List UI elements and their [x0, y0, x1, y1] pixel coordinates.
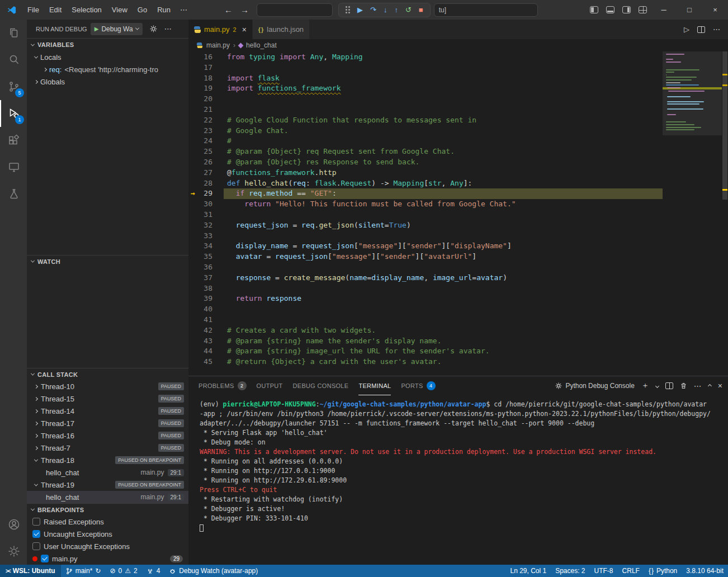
code-line-28[interactable]: def hello_chat(req: flask.Request) -> Ma… — [224, 178, 663, 189]
menu-edit[interactable]: Edit — [44, 6, 67, 14]
variables-header[interactable]: VARIABLES — [27, 39, 188, 51]
sidebar-more-actions-icon[interactable]: ⋯ — [161, 25, 175, 33]
watch-header[interactable]: WATCH — [27, 255, 188, 267]
debug-continue-icon[interactable]: ▶ — [357, 6, 363, 13]
gutter-line-16[interactable]: 16 — [188, 52, 224, 63]
gutter-line-27[interactable]: 27 — [188, 168, 224, 178]
breakpoint-checkbox[interactable] — [32, 530, 40, 538]
thread-row[interactable]: Thread-17PAUSED — [27, 417, 188, 429]
breadcrumb-symbol[interactable]: hello_chat — [246, 41, 277, 49]
code-line-16[interactable]: from typing import Any, Mapping — [224, 52, 663, 63]
gutter-line-44[interactable]: 44 — [188, 346, 224, 357]
tab-launch-json[interactable]: { } launch.json — [253, 20, 310, 39]
gutter-line-36[interactable]: 36 — [188, 262, 224, 273]
menu-overflow[interactable]: ⋯ — [176, 6, 192, 14]
debug-stop-icon[interactable]: ■ — [419, 6, 423, 13]
debug-toolbar-grip[interactable] — [346, 6, 350, 13]
language-mode-item[interactable]: { } Python — [644, 565, 682, 577]
gutter-line-42[interactable]: 42 — [188, 325, 224, 336]
thread-row[interactable]: Thread-18PAUSED ON BREAKPOINT — [27, 454, 188, 466]
code-line-42[interactable]: # Creates a card with two widgets. — [224, 325, 663, 336]
breakpoint-checkbox[interactable] — [32, 518, 40, 526]
code-line-41[interactable] — [224, 315, 663, 325]
activity-explorer-icon[interactable] — [0, 20, 27, 46]
gutter-line-41[interactable]: 41 — [188, 315, 224, 325]
gutter-line-18[interactable]: 18 — [188, 73, 224, 84]
nav-back-icon[interactable]: ← — [224, 5, 233, 15]
activity-extensions-icon[interactable] — [0, 127, 27, 154]
split-editor-icon[interactable] — [697, 26, 705, 33]
gutter-line-24[interactable]: 24 — [188, 136, 224, 146]
breakpoint-row[interactable]: Raised Exceptions — [27, 515, 188, 528]
menu-file[interactable]: File — [22, 6, 44, 14]
activity-search-icon[interactable] — [0, 46, 27, 73]
gutter-line-45[interactable]: 45 — [188, 357, 224, 367]
editor-scrollbar[interactable] — [722, 51, 728, 376]
run-file-icon[interactable]: ▷ — [684, 25, 689, 34]
remote-indicator[interactable]: >< WSL: Ubuntu — [0, 565, 61, 577]
gutter-line-29[interactable]: →29 — [188, 188, 224, 199]
activity-source-control-icon[interactable]: 5 — [0, 73, 27, 100]
debug-step-over-icon[interactable]: ↷ — [370, 6, 376, 13]
code-line-21[interactable] — [224, 105, 663, 115]
gutter-line-28[interactable]: 28 — [188, 178, 224, 189]
split-terminal-icon[interactable] — [665, 382, 673, 389]
tab-output[interactable]: OUTPUT — [257, 376, 283, 395]
code-line-25[interactable]: # @param {Object} req Request sent from … — [224, 146, 663, 157]
gutter-line-31[interactable]: 31 — [188, 210, 224, 220]
call-stack-header[interactable]: CALL STACK — [27, 368, 188, 380]
gutter-line-35[interactable]: 35 — [188, 252, 224, 262]
python-interpreter-item[interactable]: 3.8.10 64-bit — [682, 565, 728, 577]
menu-run[interactable]: Run — [152, 6, 176, 14]
gutter-line-32[interactable]: 32 — [188, 220, 224, 231]
window-close-icon[interactable]: × — [702, 0, 728, 20]
variable-req-row[interactable]: req: <Request 'http://charming-tro — [27, 63, 188, 75]
git-branch-item[interactable]: main* ↻ — [61, 565, 106, 577]
code-line-17[interactable] — [224, 63, 663, 73]
gutter-line-39[interactable]: 39 — [188, 294, 224, 304]
thread-row[interactable]: Thread-19PAUSED ON BREAKPOINT — [27, 479, 188, 491]
gutter-line-33[interactable]: 33 — [188, 231, 224, 242]
breadcrumb-file[interactable]: main.py — [206, 41, 230, 49]
gutter-line-30[interactable]: 30 — [188, 199, 224, 210]
minimap[interactable] — [663, 51, 722, 376]
breakpoints-header[interactable]: BREAKPOINTS — [27, 503, 188, 515]
code-line-18[interactable]: import flask — [224, 73, 663, 84]
breakpoint-checkbox[interactable] — [41, 555, 49, 562]
gutter-line-34[interactable]: 34 — [188, 241, 224, 252]
breakpoint-checkbox[interactable] — [32, 542, 40, 550]
debug-config-dropdown[interactable]: ▶ Debug Wa — [91, 23, 143, 35]
menu-view[interactable]: View — [107, 6, 133, 14]
stack-frame-row[interactable]: hello_chatmain.py29:1 — [27, 466, 188, 479]
tab-close-icon[interactable]: × — [242, 25, 247, 34]
tab-problems[interactable]: PROBLEMS 2 — [198, 376, 247, 395]
activity-testing-icon[interactable] — [0, 181, 27, 207]
code-line-26[interactable]: # @param {Object} res Response to send b… — [224, 157, 663, 168]
new-terminal-icon[interactable]: ＋ — [641, 381, 649, 391]
account-icon[interactable] — [0, 511, 27, 538]
gutter-line-37[interactable]: 37 — [188, 273, 224, 283]
gutter-line-26[interactable]: 26 — [188, 157, 224, 168]
code-line-20[interactable] — [224, 94, 663, 105]
gutter-line-17[interactable]: 17 — [188, 63, 224, 73]
gutter-line-21[interactable]: 21 — [188, 105, 224, 115]
stack-frame-row[interactable]: hello_chatmain.py29:1 — [27, 491, 188, 503]
gutter-line-43[interactable]: 43 — [188, 336, 224, 347]
toggle-panel-icon[interactable] — [606, 6, 614, 13]
code-line-40[interactable] — [224, 304, 663, 315]
window-minimize-icon[interactable]: ─ — [651, 0, 677, 20]
thread-row[interactable]: Thread-7PAUSED — [27, 442, 188, 454]
menu-selection[interactable]: Selection — [67, 6, 106, 14]
code-line-30[interactable]: return "Hello! This function must be cal… — [224, 199, 663, 210]
cursor-position-item[interactable]: Ln 29, Col 1 — [505, 565, 551, 577]
menu-go[interactable]: Go — [133, 6, 152, 14]
encoding-item[interactable]: UTF-8 — [590, 565, 618, 577]
toggle-secondary-sidebar-icon[interactable] — [622, 6, 631, 13]
tab-main-py[interactable]: main.py 2 × — [188, 20, 253, 39]
settings-gear-icon[interactable] — [0, 538, 27, 565]
tab-debug-console[interactable]: DEBUG CONSOLE — [293, 376, 349, 395]
gutter-line-23[interactable]: 23 — [188, 126, 224, 136]
gutter-line-22[interactable]: 22 — [188, 115, 224, 126]
gutter-line-25[interactable]: 25 — [188, 146, 224, 157]
locals-scope-row[interactable]: Locals — [27, 51, 188, 63]
